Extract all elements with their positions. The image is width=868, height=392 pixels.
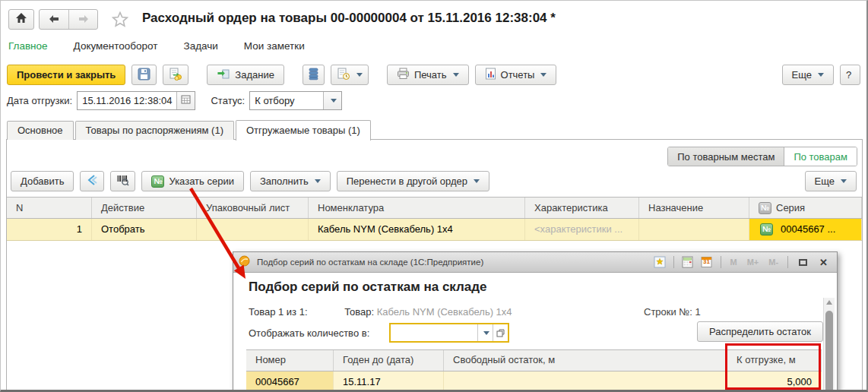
tab-main[interactable]: Основное bbox=[7, 121, 74, 140]
cell-action[interactable]: Отобрать bbox=[92, 219, 197, 240]
distribute-rest-label: Распределить остаток bbox=[709, 326, 811, 337]
status-combo[interactable]: К отбору bbox=[249, 91, 342, 110]
toggle-by-places-label: По товарным местам bbox=[677, 151, 775, 163]
menu-item-docflow[interactable]: Документооборот bbox=[74, 40, 158, 52]
calculator-button[interactable] bbox=[680, 254, 695, 270]
move-to-order-button[interactable]: Перенести в другой ордер bbox=[337, 171, 489, 191]
reports-button[interactable]: Отчеты bbox=[475, 65, 557, 85]
quantity-unit-value[interactable] bbox=[391, 324, 477, 341]
quantity-unit-combo[interactable] bbox=[389, 323, 509, 343]
view-toggle: По товарным местам По товарам bbox=[667, 147, 857, 166]
highlight-rectangle bbox=[725, 343, 821, 390]
status-value[interactable]: К отбору bbox=[250, 92, 323, 109]
split-row-button[interactable] bbox=[80, 171, 104, 191]
menu-item-main[interactable]: Главное bbox=[8, 40, 48, 52]
cell-purpose[interactable] bbox=[639, 219, 749, 240]
star-box-icon bbox=[654, 256, 666, 268]
toggle-by-places[interactable]: По товарным местам bbox=[668, 147, 784, 166]
table-row[interactable]: 1 Отобрать Кабель NYM (Севкабель) 1х4 <х… bbox=[7, 219, 862, 241]
post-document-button[interactable] bbox=[163, 65, 188, 85]
home-icon bbox=[15, 12, 27, 27]
series-number-icon: № bbox=[759, 202, 771, 214]
status-label: Статус: bbox=[211, 95, 245, 106]
calendar-picker-button[interactable] bbox=[176, 92, 195, 109]
memory-m-button[interactable]: M bbox=[727, 258, 740, 267]
quantity-unit-label: Отображать количество в: bbox=[249, 327, 369, 339]
item-counter: Товар 1 из 1: bbox=[249, 306, 308, 318]
column-header-n[interactable]: N bbox=[7, 198, 92, 218]
cell-valid-until[interactable]: 15.11.17 bbox=[334, 371, 444, 392]
report-icon bbox=[485, 68, 496, 82]
barcode-scan-button[interactable] bbox=[110, 171, 135, 191]
cell-n[interactable]: 1 bbox=[7, 219, 92, 240]
fill-button[interactable]: Заполнить bbox=[250, 171, 331, 191]
menu-item-tasks[interactable]: Задачи bbox=[184, 40, 218, 52]
save-button[interactable] bbox=[131, 65, 157, 85]
print-button[interactable]: Печать bbox=[387, 65, 469, 85]
forward-button[interactable] bbox=[68, 10, 97, 29]
chevron-down-icon bbox=[315, 179, 321, 183]
add-button[interactable]: Добавить bbox=[11, 171, 74, 191]
scrollbar-thumb[interactable] bbox=[825, 311, 833, 392]
1c-logo-icon bbox=[239, 255, 250, 270]
calculator-icon bbox=[682, 256, 693, 268]
structure-button[interactable] bbox=[303, 65, 325, 85]
more-button-commands[interactable]: Еще bbox=[805, 171, 857, 191]
cell-packing-list[interactable] bbox=[197, 219, 309, 240]
cell-series[interactable]: № 00045667 ... bbox=[749, 219, 862, 240]
back-button[interactable] bbox=[40, 10, 68, 29]
cell-free-rest[interactable] bbox=[444, 371, 727, 392]
chevron-down-icon bbox=[331, 99, 337, 103]
post-document-icon bbox=[169, 68, 182, 83]
task-button[interactable]: Задание bbox=[207, 65, 284, 85]
cell-nomenclature[interactable]: Кабель NYM (Севкабель) 1х4 bbox=[309, 219, 525, 240]
scroll-up-icon[interactable] bbox=[826, 300, 832, 305]
memory-mplus-button[interactable]: M+ bbox=[744, 258, 762, 267]
dialog-titlebar[interactable]: Подбор серий по остаткам на складе (1С:П… bbox=[233, 252, 837, 273]
calendar-day-text: 31 bbox=[699, 258, 714, 265]
ship-date-value[interactable]: 15.11.2016 12:38:04 bbox=[78, 92, 176, 109]
ship-date-field[interactable]: 15.11.2016 12:38:04 bbox=[77, 91, 195, 110]
cell-number[interactable]: 00045667 bbox=[246, 371, 334, 392]
column-header-free-rest[interactable]: Свободный остаток, м bbox=[444, 350, 727, 371]
column-header-series[interactable]: № Серия bbox=[749, 198, 862, 218]
chevron-down-icon bbox=[453, 73, 459, 77]
maximize-icon[interactable] bbox=[799, 259, 807, 266]
dialog-scrollbar[interactable] bbox=[823, 298, 835, 392]
tab-goods-by-orders[interactable]: Товары по распоряжениям (1) bbox=[75, 121, 234, 140]
column-header-nomenclature[interactable]: Номенклатура bbox=[309, 198, 525, 218]
back-arrow-icon bbox=[48, 13, 60, 27]
post-and-close-button[interactable]: Провести и закрыть bbox=[7, 65, 125, 85]
tab-shipped-goods[interactable]: Отгружаемые товары (1) bbox=[236, 120, 371, 141]
column-header-valid-until[interactable]: Годен до (дата) bbox=[334, 350, 444, 371]
quantity-unit-dropdown-button[interactable] bbox=[477, 324, 493, 341]
distribute-rest-button[interactable]: Распределить остаток bbox=[697, 321, 823, 342]
menu-item-notes[interactable]: Мои заметки bbox=[244, 40, 305, 52]
more-button-top[interactable]: Еще bbox=[782, 65, 834, 85]
cell-characteristic[interactable]: <характеристики ... bbox=[525, 219, 639, 240]
favorites-window-button[interactable] bbox=[652, 254, 667, 270]
help-button[interactable]: ? bbox=[840, 65, 860, 85]
status-dropdown-button[interactable] bbox=[323, 92, 341, 109]
specify-series-button[interactable]: № Указать серии bbox=[141, 171, 243, 191]
home-button[interactable] bbox=[8, 9, 34, 30]
toggle-by-goods-label: По товарам bbox=[794, 151, 847, 163]
quantity-unit-open-button[interactable] bbox=[493, 324, 508, 341]
toggle-by-goods[interactable]: По товарам bbox=[784, 147, 857, 166]
column-header-purpose[interactable]: Назначение bbox=[639, 198, 749, 218]
post-and-close-label: Провести и закрыть bbox=[17, 69, 116, 81]
column-header-action[interactable]: Действие bbox=[92, 198, 197, 218]
column-header-characteristic[interactable]: Характеристика bbox=[525, 198, 639, 218]
command-bar: Добавить № Указать серии Заполнить bbox=[11, 171, 857, 191]
document-history-dropdown-button[interactable] bbox=[331, 65, 369, 85]
calendar-button[interactable]: 31 bbox=[699, 254, 714, 270]
toolbar: Провести и закрыть Задание bbox=[7, 65, 860, 85]
favorite-star-button[interactable] bbox=[112, 11, 128, 30]
column-header-packing-list[interactable]: Упаковочный лист bbox=[197, 198, 309, 218]
memory-mminus-button[interactable]: M- bbox=[765, 258, 781, 267]
forward-arrow-icon bbox=[78, 13, 90, 27]
star-icon bbox=[112, 17, 128, 30]
close-icon[interactable]: ✕ bbox=[816, 257, 832, 268]
series-number-icon: № bbox=[151, 175, 164, 188]
column-header-number[interactable]: Номер bbox=[246, 350, 334, 371]
